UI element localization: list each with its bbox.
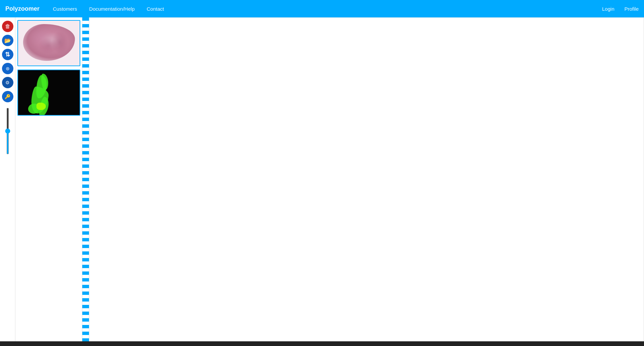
navbar: Polyzoomer Customers Documentation/Help …: [0, 0, 644, 17]
delete-button[interactable]: 🗑: [2, 21, 13, 32]
settings-icon: ⚙: [5, 80, 10, 85]
divider: [82, 17, 89, 346]
fluoro-spot: [36, 103, 46, 110]
adjust-button[interactable]: ⇅: [2, 49, 13, 60]
filter-icon: ⊛: [6, 66, 10, 71]
key-icon: 🔑: [5, 94, 10, 99]
nav-link-contact[interactable]: Contact: [147, 6, 164, 12]
histo-blob3: [52, 31, 68, 54]
folder-icon: 📂: [4, 37, 11, 44]
thumbnail-fluorescence[interactable]: [17, 70, 80, 116]
nav-link-profile[interactable]: Profile: [624, 6, 639, 12]
canvas-area[interactable]: [89, 17, 644, 346]
thumbnail-histology[interactable]: [17, 20, 80, 66]
bottom-bar: [0, 341, 644, 346]
thumb-fluoro-bg: [18, 70, 80, 115]
filter-button[interactable]: ⊛: [2, 63, 13, 74]
left-toolbar: 🗑 📂 ⇅ ⊛ ⚙ 🔑: [0, 17, 15, 346]
nav-link-docs[interactable]: Documentation/Help: [89, 6, 135, 12]
nav-brand[interactable]: Polyzoomer: [5, 5, 39, 12]
nav-right: Login Profile: [602, 6, 639, 12]
nav-link-customers[interactable]: Customers: [53, 6, 77, 12]
thumb-histo-bg: [18, 21, 80, 66]
zoom-slider-container: [7, 108, 9, 161]
thumbnail-panel: [15, 17, 82, 346]
nav-link-login[interactable]: Login: [602, 6, 615, 12]
key-button[interactable]: 🔑: [2, 91, 13, 102]
adjust-icon: ⇅: [5, 51, 10, 58]
zoom-slider[interactable]: [7, 108, 9, 154]
open-file-button[interactable]: 📂: [2, 35, 13, 46]
main-layout: 🗑 📂 ⇅ ⊛ ⚙ 🔑: [0, 17, 644, 346]
trash-icon: 🗑: [5, 23, 10, 29]
settings-button[interactable]: ⚙: [2, 77, 13, 88]
